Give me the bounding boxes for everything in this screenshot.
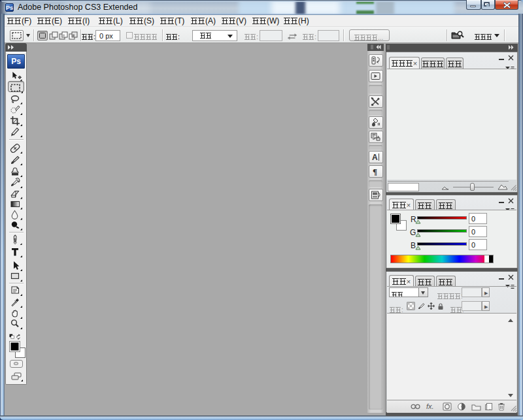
svg-text:¶: ¶ — [373, 167, 377, 176]
svg-text:A: A — [372, 153, 378, 162]
